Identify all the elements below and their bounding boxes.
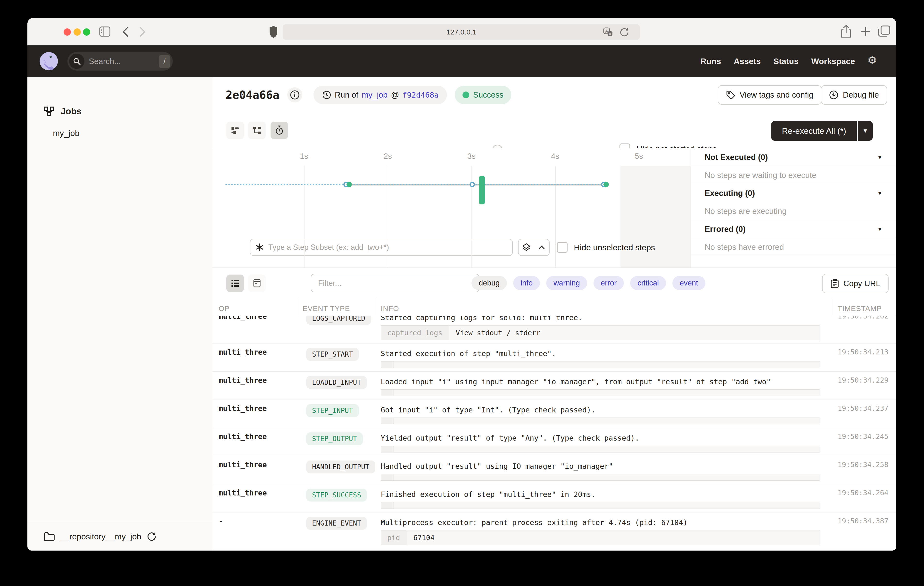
nav-item-runs[interactable]: Runs [701,56,721,66]
apply-subset-button[interactable] [518,239,534,255]
log-list-view-button[interactable] [226,275,244,292]
log-row[interactable]: multi_three STEP_OUTPUT Yielded output "… [212,428,896,456]
debug-file-button[interactable]: Debug file [821,85,887,104]
address-bar[interactable]: 127.0.0.1 Ax [283,24,640,40]
run-of-pill[interactable]: Run of my_job @ f92d468a [314,86,447,104]
nav-item-status[interactable]: Status [773,56,799,66]
jobs-section-header: Jobs [44,106,81,117]
dagster-logo[interactable] [39,51,59,71]
panel-section-title: Not Executed (0) [705,153,768,162]
sidebar-item-my-job[interactable]: my_job [53,128,79,138]
log-row[interactable]: multi_three STEP_SUCCESS Finished execut… [212,484,896,512]
event-type-badge: HANDLED_OUTPUT [306,460,375,473]
settings-gear-icon[interactable]: ⚙ [868,55,877,66]
run-info-icon[interactable] [287,88,302,103]
log-timestamp: 19:50:34.264 [838,489,896,497]
log-row[interactable]: multi_three HANDLED_OUTPUT Handled outpu… [212,456,896,484]
reload-icon[interactable] [619,27,629,37]
gantt-canvas[interactable]: Hide unselected steps [212,166,691,268]
level-chip-warning[interactable]: warning [546,276,587,290]
log-metadata-box[interactable] [381,474,820,481]
log-op: multi_three [219,404,297,413]
metadata-value[interactable] [394,361,408,368]
metadata-value[interactable] [394,446,408,452]
nav-item-workspace[interactable]: Workspace [811,56,855,66]
level-chip-info[interactable]: info [513,276,540,290]
view-tags-config-button[interactable]: View tags and config [718,85,822,104]
log-metadata-box[interactable]: captured_logs View stdout / stderr [381,325,820,340]
global-search[interactable]: Search... / [68,52,173,71]
forward-button[interactable] [139,27,145,37]
log-row[interactable]: multi_three STEP_START Started execution… [212,343,896,372]
metadata-key [381,474,394,480]
reload-repository-icon[interactable] [147,531,157,541]
metadata-value[interactable]: 67104 [406,530,441,545]
panel-section-message: No steps are executing [691,202,896,220]
event-type-badge: STEP_OUTPUT [306,432,363,445]
repository-bar[interactable]: __repository__my_job [27,522,212,551]
log-structured-view-button[interactable] [248,275,266,292]
waterfall-view-button[interactable] [248,122,266,139]
panel-section-header[interactable]: Executing (0)▼ [691,184,896,202]
gridline [388,166,388,268]
log-metadata-box[interactable] [381,502,820,509]
level-chip-event[interactable]: event [672,276,705,290]
gantt-selected-step-bar[interactable] [479,176,485,204]
gantt-success-marker[interactable] [604,182,609,187]
flat-view-button[interactable] [226,122,244,139]
panel-section-header[interactable]: Not Executed (0)▼ [691,148,896,166]
event-type-badge: ENGINE_EVENT [306,517,367,530]
history-clock-icon [322,90,332,100]
timing-view-button[interactable] [271,122,288,139]
log-metadata-box[interactable] [381,417,820,424]
panel-section-title: Executing (0) [705,189,755,198]
gantt-success-marker[interactable] [346,182,352,187]
log-row[interactable]: - RUN_SUCCESS Finished execution of run … [212,549,896,551]
metadata-value[interactable] [394,418,408,424]
metadata-value[interactable]: View stdout / stderr [449,326,547,340]
reexecute-all-button[interactable]: Re-execute All (*) [771,121,857,141]
translate-icon[interactable]: Ax [603,27,613,37]
log-filter-input[interactable] [318,278,472,288]
log-op: multi_three [219,316,297,320]
log-op: multi_three [219,460,297,469]
copy-url-button[interactable]: Copy URL [822,274,889,293]
log-row[interactable]: - ENGINE_EVENT Multiprocess executor: pa… [212,512,896,549]
hide-unselected-checkbox[interactable] [557,242,568,253]
log-row[interactable]: multi_three STEP_INPUT Got input "i" of … [212,400,896,428]
event-type-badge: LOGS_CAPTURED [306,316,371,325]
log-metadata-box[interactable] [381,361,820,368]
tab-overview-icon[interactable] [878,25,890,37]
log-metadata-box[interactable] [381,446,820,452]
col-info: INFO [381,305,399,313]
metadata-value[interactable] [394,390,408,396]
level-chip-error[interactable]: error [594,276,624,290]
level-chip-debug[interactable]: debug [472,276,507,290]
share-icon[interactable] [841,25,851,38]
log-metadata-box[interactable]: pid 67104 [381,530,820,545]
axis-tick: 4s [551,152,559,161]
metadata-value[interactable] [394,502,408,508]
log-row[interactable]: multi_three LOADED_INPUT Loaded input "i… [212,372,896,400]
sidebar-toggle-icon[interactable] [99,26,111,36]
level-chip-critical[interactable]: critical [630,276,666,290]
panel-section-header[interactable]: Errored (0)▼ [691,220,896,238]
metadata-value[interactable] [394,474,408,480]
log-row[interactable]: multi_three LOGS_CAPTURED Started captur… [212,316,896,343]
zoom-window-button[interactable] [83,28,90,36]
reexecute-split-button: Re-execute All (*) ▼ [771,121,873,141]
metadata-key [381,446,394,452]
reexecute-dropdown-caret[interactable]: ▼ [858,121,873,141]
commit-link[interactable]: f92d468a [403,91,439,99]
minimize-window-button[interactable] [74,28,81,36]
back-button[interactable] [122,27,129,37]
log-metadata-box[interactable] [381,389,820,396]
gantt-start-marker[interactable] [470,182,475,187]
job-link[interactable]: my_job [362,90,388,99]
collapse-subset-button[interactable] [534,239,549,255]
nav-item-assets[interactable]: Assets [734,56,761,66]
step-status-panel: Not Executed (0)▼No steps are waiting to… [691,148,896,268]
new-tab-icon[interactable] [860,26,871,37]
close-window-button[interactable] [64,28,71,36]
log-info: Handled output "result" using IO manager… [381,460,832,470]
